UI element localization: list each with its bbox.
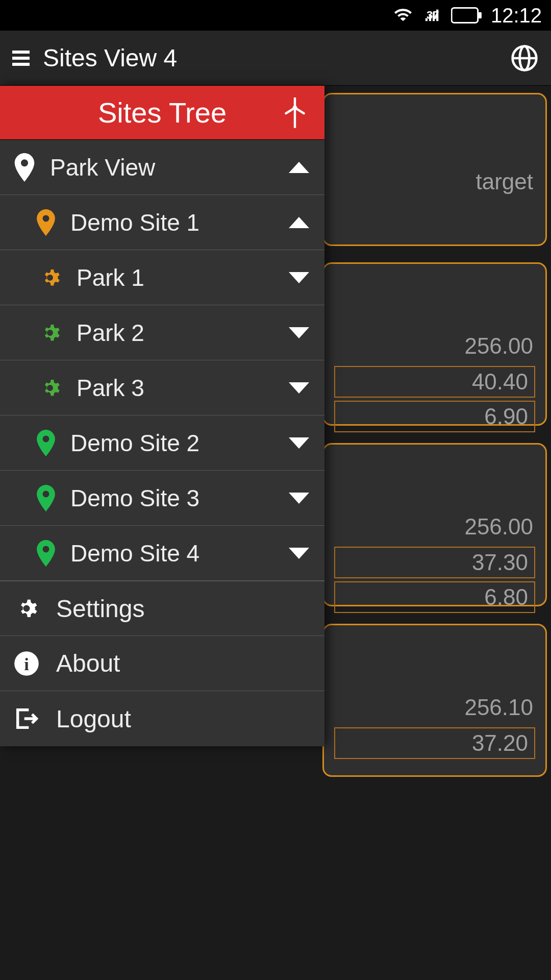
app-header: Sites View 4 (0, 31, 551, 86)
svg-text:i: i (24, 654, 29, 674)
card-value: 256.00 (464, 333, 533, 359)
gear-icon (13, 595, 40, 622)
navigation-drawer: Sites Tree Park View Demo Site 1 Park 1 … (0, 86, 324, 746)
card-value: 256.00 (464, 514, 533, 540)
pin-icon (36, 540, 56, 567)
card-value: 40.40 (472, 369, 528, 395)
globe-button[interactable] (510, 44, 539, 72)
gear-icon (38, 321, 62, 345)
tree-label: Demo Site 4 (70, 540, 274, 567)
card-value: 6.80 (484, 584, 528, 610)
menu-item-about[interactable]: i About (0, 636, 324, 691)
page-title: Sites View 4 (43, 44, 177, 72)
menu-item-logout[interactable]: Logout (0, 691, 324, 746)
drawer-title: Sites Tree (98, 96, 227, 129)
menu-label: Settings (56, 595, 311, 623)
data-card[interactable]: 256.00 40.40 6.90 (322, 262, 547, 426)
gear-icon (38, 376, 62, 400)
menu-label: Logout (56, 705, 311, 733)
tree-item-park-1[interactable]: Park 1 (0, 250, 324, 305)
chevron-down-icon (289, 327, 309, 338)
pin-icon (36, 430, 56, 456)
chevron-down-icon (289, 548, 309, 559)
svg-rect-0 (452, 8, 478, 23)
card-value: 37.30 (472, 550, 528, 575)
tree-item-park-3[interactable]: Park 3 (0, 360, 324, 415)
wifi-icon (392, 7, 414, 24)
tree-label: Demo Site 1 (70, 209, 274, 236)
tree-label: Park 1 (77, 264, 274, 291)
card-label: target (475, 169, 533, 194)
chevron-down-icon (289, 493, 309, 504)
tree-label: Park View (50, 154, 274, 181)
tree-item-demo-site-3[interactable]: Demo Site 3 (0, 471, 324, 526)
tree-item-demo-site-2[interactable]: Demo Site 2 (0, 415, 324, 471)
menu-label: About (56, 649, 311, 677)
battery-percent: 37 (427, 9, 439, 22)
card-value: 37.20 (472, 730, 528, 756)
data-card[interactable]: target (322, 93, 547, 246)
logout-icon (13, 705, 40, 732)
status-time: 12:12 (491, 4, 542, 27)
data-card[interactable]: 256.10 37.20 (322, 624, 547, 777)
menu-button[interactable] (12, 47, 30, 69)
tree-item-park-2[interactable]: Park 2 (0, 305, 324, 360)
gear-icon (38, 265, 62, 290)
tree-label: Park 3 (77, 374, 274, 402)
chevron-down-icon (289, 382, 309, 394)
chevron-up-icon (289, 217, 309, 228)
chevron-up-icon (289, 162, 309, 173)
svg-rect-1 (479, 12, 482, 18)
tree-item-park-view[interactable]: Park View (0, 140, 324, 195)
pin-icon (13, 153, 36, 182)
tree-item-demo-site-1[interactable]: Demo Site 1 (0, 195, 324, 250)
wind-turbine-icon (284, 97, 306, 128)
status-bar: 37 12:12 (0, 0, 551, 31)
chevron-down-icon (289, 437, 309, 449)
svg-rect-5 (294, 109, 296, 128)
card-value: 6.90 (484, 404, 528, 429)
tree-label: Park 2 (77, 319, 274, 347)
drawer-header: Sites Tree (0, 86, 324, 140)
card-value: 256.10 (464, 695, 533, 720)
menu-item-settings[interactable]: Settings (0, 581, 324, 636)
tree-item-demo-site-4[interactable]: Demo Site 4 (0, 526, 324, 581)
battery-icon: 37 (451, 7, 483, 24)
pin-icon (36, 209, 56, 236)
chevron-down-icon (289, 272, 309, 283)
data-card[interactable]: 256.00 37.30 6.80 (322, 443, 547, 606)
pin-icon (36, 485, 56, 511)
info-icon: i (13, 650, 40, 677)
tree-label: Demo Site 2 (70, 429, 274, 457)
tree-label: Demo Site 3 (70, 484, 274, 512)
